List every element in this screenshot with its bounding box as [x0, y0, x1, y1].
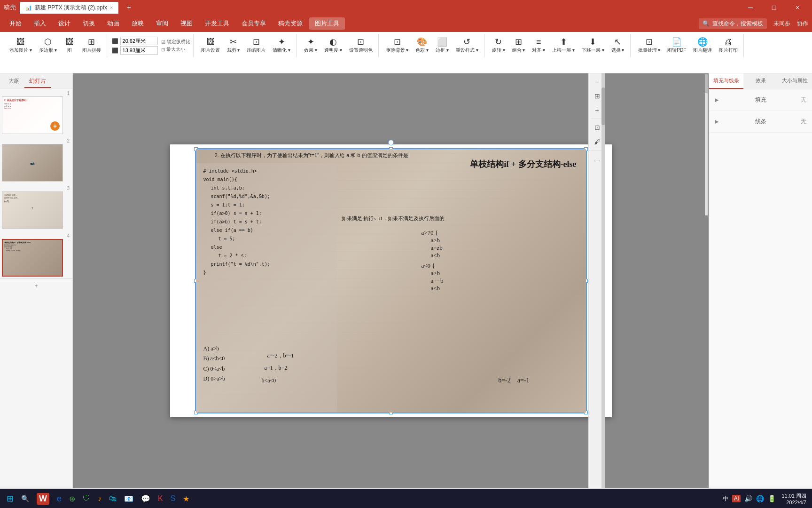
align-btn[interactable]: ≡ 对齐 ▾ — [529, 35, 548, 56]
fill-row[interactable]: ▶ 填充 无 — [713, 93, 808, 107]
scrollbar-thumb[interactable] — [601, 87, 605, 125]
menu-insert[interactable]: 插入 — [28, 17, 52, 30]
volume-icon[interactable]: 🔊 — [744, 495, 752, 502]
bring-forward-btn[interactable]: ⬆ 上移一层 ▾ — [549, 35, 578, 56]
taskbar-360[interactable]: 🛡 — [80, 491, 93, 506]
line-row[interactable]: ▶ 线条 无 — [713, 115, 808, 128]
sync-btn[interactable]: 未同步 — [773, 20, 790, 28]
menu-transition[interactable]: 切换 — [77, 17, 101, 30]
ime-icon[interactable]: Ai — [732, 495, 741, 502]
batch-process-btn[interactable]: ⊡ 批量处理 ▾ — [635, 35, 664, 56]
rotate-btn[interactable]: ↻ 旋转 ▾ — [489, 35, 508, 56]
taskbar-kingsoft[interactable]: K — [155, 491, 166, 506]
transparency-btn[interactable]: ◐ 透明度 ▾ — [321, 35, 345, 56]
menu-start[interactable]: 开始 — [4, 17, 27, 30]
select-icon: ↖ — [614, 38, 621, 46]
polygon-btn[interactable]: ⬡ 多边形 ▾ — [36, 35, 60, 56]
align-icon: ≡ — [536, 38, 541, 46]
taskbar-wechat[interactable]: 💬 — [138, 491, 153, 506]
max-size-btn[interactable]: ⊡ 最大大小 — [161, 46, 190, 53]
tab-outline[interactable]: 大纲 — [4, 75, 24, 88]
minimize-btn[interactable]: ─ — [740, 0, 761, 15]
taskbar-browser2[interactable]: ⊕ — [66, 491, 78, 506]
image-view-btn[interactable]: 🖼 图 — [61, 35, 78, 56]
menu-resources[interactable]: 稿壳资源 — [273, 17, 308, 30]
menu-slideshow[interactable]: 放映 — [126, 17, 149, 30]
taskbar-sogou[interactable]: S — [168, 491, 179, 506]
taskbar-app1[interactable]: ★ — [180, 491, 192, 506]
lang-icon[interactable]: 中 — [723, 495, 728, 503]
collab-btn[interactable]: 协作 — [797, 20, 808, 28]
menu-developer[interactable]: 开发工具 — [199, 17, 235, 30]
handle-rotate[interactable] — [388, 140, 394, 145]
taskbar-music[interactable]: ♪ — [95, 491, 104, 506]
taskbar-store[interactable]: 🛍 — [106, 491, 119, 506]
effect-btn[interactable]: ✦ 效果 ▾ — [301, 35, 320, 56]
slide-thumb-1[interactable]: 1 2. 在执行以下程序时... x≤0 tx a x=0 tx a x≤v x… — [2, 90, 70, 134]
lock-options: ☑ 锁定纵横比 ⊡ 最大大小 — [161, 39, 190, 53]
canvas-area[interactable]: 2. 在执行以下程序时，为了使输出结果为"t=1"，则输入给 a 和 b 的值应… — [73, 73, 709, 488]
width-input[interactable] — [120, 37, 158, 45]
lock-ratio-btn[interactable]: ☑ 锁定纵横比 — [161, 39, 190, 45]
menu-animation[interactable]: 动画 — [102, 17, 125, 30]
tab-slides[interactable]: 幻灯片 — [24, 75, 51, 88]
zoom-in-icon: + — [595, 106, 599, 114]
send-back-btn[interactable]: ⬇ 下移一层 ▾ — [579, 35, 607, 56]
img-translate-btn[interactable]: 🌐 图片翻译 — [690, 35, 715, 56]
taskbar-ie[interactable]: e — [54, 491, 64, 506]
tab-size-props[interactable]: 大小与属性 — [778, 73, 812, 89]
ie-icon: e — [57, 494, 62, 504]
battery-icon[interactable]: 🔋 — [768, 495, 776, 502]
menu-view[interactable]: 视图 — [175, 17, 198, 30]
menu-member[interactable]: 会员专享 — [236, 17, 272, 30]
maximize-btn[interactable]: □ — [763, 0, 785, 15]
file-tab[interactable]: 📊 新建 PPTX 演示文稿 (2).pptx × — [20, 2, 118, 14]
answer-values: a=-2，b=-1 a=1，b=2 b<a<0 — [262, 349, 294, 387]
taskbar-wps[interactable]: W — [34, 491, 52, 506]
tab-fill-line[interactable]: 填充与线条 — [709, 73, 743, 89]
remove-bg-btn[interactable]: ⊡ 抠除背景 ▾ — [383, 35, 412, 56]
right-scrollbar-thumb[interactable] — [705, 74, 708, 93]
taskbar: ⊞ 🔍 W e ⊕ 🛡 ♪ 🛍 📧 💬 K S ★ 中 Ai 🔊 🌐 🔋 — [0, 489, 812, 508]
merge-btn[interactable]: ⊞ 图片拼接 — [79, 35, 104, 56]
menu-review[interactable]: 审阅 — [150, 17, 174, 30]
new-tab-btn[interactable]: + — [122, 1, 135, 14]
slide-thumb-4[interactable]: 4 单分支结构if + 多分支结构-else # include <stdio.… — [2, 233, 70, 277]
group-btn[interactable]: ⊞ 组合 ▾ — [509, 35, 528, 56]
sharpen-btn[interactable]: ✦ 清晰化 ▾ — [270, 35, 293, 56]
pic-style-btn[interactable]: 🖼 图片设置 — [198, 35, 223, 56]
taskbar-outlook[interactable]: 📧 — [121, 491, 136, 506]
img-to-pdf-btn[interactable]: 📄 图转PDF — [664, 35, 689, 56]
add-image-label: 添加图片 ▾ — [9, 47, 32, 54]
start-btn[interactable]: ⊞ — [4, 491, 16, 506]
menu-picture-tools[interactable]: 图片工具 — [309, 17, 345, 30]
close-tab-icon[interactable]: × — [110, 5, 113, 10]
close-btn[interactable]: × — [787, 0, 808, 15]
set-transparent-btn[interactable]: ⊡ 设置透明色 — [346, 35, 375, 56]
menu-design[interactable]: 设计 — [53, 17, 76, 30]
crop-btn[interactable]: ✂ 裁剪 ▾ — [224, 35, 243, 56]
right-scrollbar[interactable] — [705, 74, 708, 215]
add-image-btn[interactable]: 🖼 添加图片 ▾ — [7, 35, 35, 56]
add-slide-btn[interactable]: + — [0, 278, 72, 293]
reset-style-btn[interactable]: ↺ 重设样式 ▾ — [453, 35, 481, 56]
window-controls: ─ □ × — [740, 0, 808, 15]
slide-num-4: 4 — [2, 233, 70, 239]
photo-container[interactable]: 2. 在执行以下程序时，为了使输出结果为"t=1"，则输入给 a 和 b 的值应… — [196, 149, 586, 413]
tab-effect[interactable]: 效果 — [743, 73, 778, 89]
tray-area: 中 Ai 🔊 🌐 🔋 11:01 周四 2022/4/7 — [723, 492, 808, 505]
color-btn[interactable]: 🎨 色彩 ▾ — [413, 35, 431, 56]
taskbar-search[interactable]: 🔍 — [18, 491, 32, 506]
slide-thumb-2[interactable]: 2 📷 — [2, 138, 70, 182]
title-bar: 稿壳 📊 新建 PPTX 演示文稿 (2).pptx × + ─ □ × — [0, 0, 812, 15]
height-input[interactable] — [120, 46, 158, 55]
border-btn[interactable]: ⬜ 边框 ▾ — [433, 35, 452, 56]
compress-btn[interactable]: ⊡ 压缩图片 — [244, 35, 268, 56]
slide-thumb-3[interactable]: 3 在诸如 2 如果... 如果不满足这用... (x-2) 1 — [2, 185, 70, 229]
ppt-icon: 📊 — [25, 5, 32, 11]
menu-search[interactable]: 🔍 查找命令，搜索模板 — [699, 18, 767, 29]
canvas-scrollbar[interactable] — [601, 73, 605, 488]
img-print-btn[interactable]: 🖨 图片打印 — [716, 35, 741, 56]
network-icon[interactable]: 🌐 — [756, 495, 764, 502]
select-btn[interactable]: ↖ 选择 ▾ — [609, 35, 627, 56]
